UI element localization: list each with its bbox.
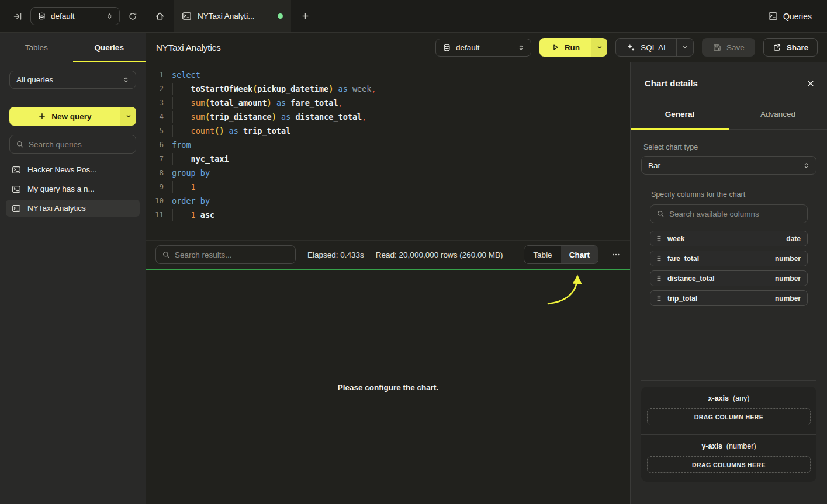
sidebar-content: All queries New query — [0, 62, 146, 217]
column-type: number — [775, 294, 801, 303]
new-tab-button[interactable] — [291, 0, 319, 32]
tab-tables[interactable]: Tables — [0, 33, 73, 62]
unsaved-changes-dot — [278, 13, 283, 19]
code-text: group by — [164, 166, 210, 180]
line-number: 8 — [146, 166, 164, 180]
column-chip[interactable]: week date — [650, 231, 808, 246]
home-tab[interactable] — [146, 0, 174, 32]
close-panel-button[interactable] — [806, 79, 815, 88]
panel-header: Chart details — [631, 62, 827, 99]
topbar-right: Queries — [768, 0, 827, 32]
query-filter-select[interactable]: All queries — [9, 71, 136, 89]
code-line[interactable]: 7 nyc_taxi — [146, 152, 630, 166]
column-chip[interactable]: fare_total number — [650, 251, 808, 266]
terminal-icon — [12, 165, 21, 175]
share-button[interactable]: Share — [763, 38, 818, 57]
more-options-icon — [611, 250, 621, 259]
line-number: 7 — [146, 152, 164, 166]
x-axis-drop-zone[interactable]: DRAG COLUMN HERE — [647, 408, 811, 425]
chart-type-select[interactable]: Bar — [641, 156, 816, 175]
query-tab[interactable]: NYTaxi Analyti... — [174, 0, 291, 32]
view-switcher: Table Chart — [524, 245, 598, 264]
new-query-button[interactable]: New query — [9, 107, 120, 126]
x-axis-section: x-axis(any) DRAG COLUMN HERE — [641, 387, 816, 434]
panel-tabs: General Advanced — [631, 99, 827, 130]
sidebar-search — [9, 135, 136, 154]
column-name: distance_total — [667, 274, 715, 283]
topbar-database-selector[interactable]: default — [30, 7, 120, 25]
sql-editor[interactable]: 1select2 toStartOfWeek(pickup_datetime) … — [146, 62, 630, 240]
run-options-button[interactable] — [591, 38, 607, 57]
database-icon — [37, 12, 46, 20]
indent-guide — [172, 209, 173, 221]
queries-icon — [768, 11, 778, 21]
panel-spacer — [641, 306, 816, 380]
terminal-icon — [12, 204, 21, 213]
line-number: 6 — [146, 138, 164, 152]
indent-guide — [172, 83, 173, 95]
view-tab-table[interactable]: Table — [524, 246, 561, 263]
code-text: select — [164, 68, 200, 82]
search-results-input[interactable] — [175, 251, 289, 259]
code-line[interactable]: 6from — [146, 138, 630, 152]
code-line[interactable]: 5 count() as trip_total — [146, 124, 630, 138]
queries-button[interactable]: Queries — [768, 11, 812, 21]
save-button[interactable]: Save — [702, 38, 755, 57]
column-type: date — [786, 235, 801, 243]
tab-advanced[interactable]: Advanced — [729, 99, 827, 129]
tab-queries[interactable]: Queries — [73, 33, 146, 62]
column-chip[interactable]: distance_total number — [650, 270, 808, 286]
indent-guide — [172, 181, 173, 193]
grip-icon — [656, 255, 662, 262]
close-icon — [806, 79, 815, 88]
run-split-button: Run — [539, 38, 607, 57]
search-queries-input[interactable] — [29, 140, 130, 149]
column-type: number — [775, 274, 801, 283]
app-window: default NYTaxi Analyti. — [0, 0, 827, 504]
sql-ai-options-button[interactable] — [676, 39, 693, 56]
y-axis-drop-zone[interactable]: DRAG COLUMNS HERE — [647, 456, 811, 473]
code-line[interactable]: 11 1 asc — [146, 208, 630, 222]
sidebar-divider — [0, 98, 146, 98]
grip-icon — [656, 235, 662, 242]
code-line[interactable]: 2 toStartOfWeek(pickup_datetime) as week… — [146, 82, 630, 96]
code-line[interactable]: 4 sum(trip_distance) as distance_total, — [146, 110, 630, 124]
grip-icon — [656, 294, 662, 302]
search-columns-input[interactable] — [669, 210, 801, 218]
query-list-item[interactable]: My query has a n... — [6, 180, 140, 197]
view-tab-chart[interactable]: Chart — [561, 246, 598, 263]
column-type: number — [775, 255, 801, 263]
query-list-item[interactable]: NYTaxi Analytics — [6, 200, 140, 217]
code-text: count() as trip_total — [164, 124, 290, 138]
sidebar-tabs: Tables Queries — [0, 33, 146, 62]
code-line[interactable]: 1select — [146, 68, 630, 82]
code-line[interactable]: 8group by — [146, 166, 630, 180]
x-axis-title: x-axis(any) — [647, 394, 811, 402]
results-toolbar: Elapsed: 0.433s Read: 20,000,000 rows (2… — [146, 240, 630, 269]
tab-general[interactable]: General — [631, 99, 729, 129]
code-line[interactable]: 3 sum(total_amount) as fare_total, — [146, 96, 630, 110]
line-number: 3 — [146, 96, 164, 110]
toolbar-database-value: default — [456, 43, 513, 52]
column-chip-list: week date fare_total number distance_tot… — [650, 231, 808, 306]
chart-details-panel: Chart details General Advanced Select ch… — [630, 62, 827, 504]
collapse-sidebar-button[interactable] — [13, 12, 22, 21]
run-button[interactable]: Run — [539, 38, 591, 57]
chart-empty-message: Please configure the chart. — [338, 383, 439, 392]
query-list-item[interactable]: Hacker News Pos... — [6, 161, 140, 178]
column-chip[interactable]: trip_total number — [650, 290, 808, 306]
code-text: sum(trip_distance) as distance_total, — [164, 110, 366, 124]
sql-ai-button[interactable]: SQL AI — [616, 39, 676, 56]
code-line[interactable]: 9 1 — [146, 180, 630, 194]
more-options-button[interactable] — [611, 250, 621, 259]
code-line[interactable]: 10order by — [146, 194, 630, 208]
refresh-button[interactable] — [128, 12, 137, 21]
new-query-menu-button[interactable] — [120, 107, 136, 126]
rows-read: Read: 20,000,000 rows (260.00 MB) — [376, 251, 503, 259]
search-icon — [162, 251, 170, 259]
play-icon — [551, 43, 559, 51]
toolbar-database-selector[interactable]: default — [435, 39, 531, 57]
tabstrip: NYTaxi Analyti... — [146, 0, 768, 32]
columns-section-label: Specify columns for the chart — [651, 190, 808, 199]
indent-guide — [172, 153, 173, 165]
